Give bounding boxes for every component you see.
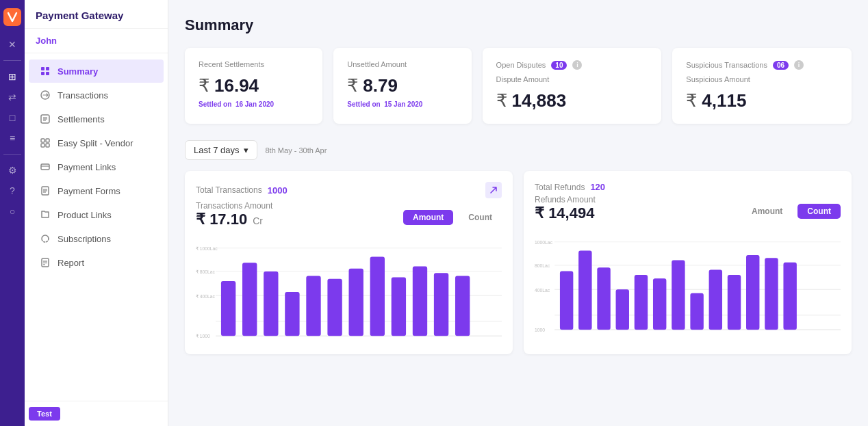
svg-rect-34 bbox=[264, 271, 278, 336]
sidebar-item-subscriptions[interactable]: Subscriptions bbox=[29, 227, 164, 250]
settings-icon[interactable]: ⚙ bbox=[5, 163, 20, 178]
transactions-chart-card: Total Transactions 1000 Transactions Amo… bbox=[185, 171, 513, 354]
charts-row: Total Transactions 1000 Transactions Amo… bbox=[185, 171, 852, 354]
svg-rect-1 bbox=[46, 67, 49, 70]
close-icon[interactable]: ✕ bbox=[5, 37, 20, 52]
refunds-bar-chart: 1000Lac 800Lac 400Lac 1000 bbox=[535, 235, 841, 337]
transactions-sub-row: Transactions Amount ₹ 17.10 Cr Amount Co… bbox=[196, 201, 502, 234]
summary-icon bbox=[40, 66, 51, 77]
transactions-amount-area: Transactions Amount ₹ 17.10 Cr bbox=[196, 201, 272, 234]
transactions-amount-toggle[interactable]: Amount bbox=[403, 210, 453, 225]
svg-text:₹ 800Lac: ₹ 800Lac bbox=[196, 269, 215, 275]
payment-links-label: Payment Links bbox=[58, 162, 116, 172]
product-links-icon bbox=[40, 209, 51, 220]
svg-rect-59 bbox=[672, 261, 685, 330]
transactions-chart-count: 1000 bbox=[268, 185, 288, 196]
suspicious-header: Suspicious Transactions 06 i bbox=[686, 60, 838, 70]
svg-text:1000: 1000 bbox=[535, 328, 545, 333]
suspicious-info[interactable]: i bbox=[794, 60, 804, 70]
svg-text:800Lac: 800Lac bbox=[535, 263, 550, 269]
sidebar-item-report[interactable]: Report bbox=[29, 251, 164, 274]
svg-rect-2 bbox=[41, 72, 44, 75]
svg-rect-12 bbox=[46, 144, 49, 147]
svg-rect-55 bbox=[597, 267, 610, 330]
svg-rect-35 bbox=[285, 292, 299, 336]
chevron-down-icon: ▾ bbox=[244, 145, 248, 155]
transactions-amount-val: ₹ 17.10 bbox=[196, 211, 247, 228]
dispute-amount-value: ₹ 14,883 bbox=[496, 90, 648, 111]
transactions-count-toggle[interactable]: Count bbox=[459, 210, 502, 225]
svg-rect-53 bbox=[560, 271, 573, 330]
svg-rect-65 bbox=[783, 263, 796, 330]
transactions-chart-header: Total Transactions 1000 bbox=[196, 182, 502, 198]
reports-icon[interactable]: ≡ bbox=[5, 131, 20, 146]
sidebar-item-payment-forms[interactable]: Payment Forms bbox=[29, 179, 164, 202]
refunds-title-row: Total Refunds 120 bbox=[535, 182, 605, 192]
settlements-label: Settlements bbox=[58, 114, 105, 124]
date-filter-dropdown[interactable]: Last 7 days ▾ bbox=[185, 140, 257, 160]
sidebar-item-summary[interactable]: Summary bbox=[29, 59, 164, 83]
transactions-label: Transactions bbox=[58, 90, 108, 101]
svg-rect-56 bbox=[616, 289, 629, 330]
filter-label: Last 7 days bbox=[194, 145, 240, 155]
refunds-toggle: Amount Count bbox=[742, 204, 841, 219]
svg-rect-42 bbox=[434, 273, 448, 336]
payment-forms-icon bbox=[40, 185, 51, 196]
refunds-chart-title: Total Refunds bbox=[535, 183, 585, 192]
page-title: Summary bbox=[185, 16, 852, 34]
summary-label: Summary bbox=[58, 66, 98, 77]
settlements-icon bbox=[40, 114, 51, 124]
svg-rect-54 bbox=[578, 251, 591, 330]
transactions-link-icon[interactable] bbox=[485, 182, 502, 198]
svg-rect-36 bbox=[306, 276, 320, 336]
sidebar-item-product-links[interactable]: Product Links bbox=[29, 203, 164, 226]
sidebar-nav: Summary Transactions Settlements Easy Sp… bbox=[25, 53, 168, 401]
recent-settlements-label: Recent Settlements bbox=[199, 60, 309, 68]
svg-rect-37 bbox=[327, 279, 342, 336]
divider bbox=[3, 60, 21, 61]
svg-rect-58 bbox=[653, 278, 666, 330]
refunds-sub-row: Refunds Amount ₹ 14,494 Amount Count bbox=[535, 195, 841, 228]
sidebar-title: Payment Gateway bbox=[25, 0, 168, 29]
user-icon[interactable]: ○ bbox=[5, 204, 20, 219]
sidebar-item-easy-split[interactable]: Easy Split - Vendor bbox=[29, 131, 164, 155]
sidebar-item-payment-links[interactable]: Payment Links bbox=[29, 155, 164, 178]
svg-rect-63 bbox=[746, 255, 759, 330]
transactions-amount-row: ₹ 17.10 Cr bbox=[196, 211, 272, 228]
payment-links-icon bbox=[40, 161, 51, 172]
transactions-chart-svg: ₹ 1000Lac ₹ 800Lac ₹ 400Lac ₹ 1000 bbox=[196, 241, 502, 343]
product-links-label: Product Links bbox=[58, 210, 112, 220]
svg-rect-62 bbox=[728, 275, 741, 330]
summary-cards: Recent Settlements ₹ 16.94 Settled on 16… bbox=[185, 48, 852, 124]
sidebar-item-transactions[interactable]: Transactions bbox=[29, 83, 164, 107]
dashboard-icon[interactable]: ⊞ bbox=[5, 69, 20, 84]
svg-rect-11 bbox=[41, 144, 44, 147]
app-logo[interactable] bbox=[3, 8, 21, 26]
svg-text:₹ 1000Lac: ₹ 1000Lac bbox=[196, 246, 218, 252]
suspicious-amount-value: ₹ 4,115 bbox=[686, 90, 838, 111]
svg-text:1000Lac: 1000Lac bbox=[535, 240, 552, 245]
icon-strip: ✕ ⊞ ⇄ □ ≡ ⚙ ? ○ bbox=[0, 0, 25, 426]
help-icon[interactable]: ? bbox=[5, 183, 20, 198]
svg-rect-40 bbox=[392, 278, 406, 336]
subscriptions-icon bbox=[40, 233, 51, 244]
svg-rect-3 bbox=[46, 72, 49, 75]
svg-rect-57 bbox=[635, 275, 648, 330]
svg-rect-60 bbox=[690, 293, 703, 330]
open-disputes-badge: 10 bbox=[551, 61, 567, 70]
report-label: Report bbox=[58, 258, 84, 268]
svg-rect-43 bbox=[455, 276, 470, 336]
sidebar-bottom: Test bbox=[25, 401, 168, 426]
sidebar-item-settlements[interactable]: Settlements bbox=[29, 107, 164, 131]
refunds-count-toggle[interactable]: Count bbox=[797, 204, 841, 219]
refunds-amount-label: Refunds Amount bbox=[535, 195, 596, 204]
report-icon bbox=[40, 257, 51, 268]
sidebar: Payment Gateway John Summary Transaction… bbox=[25, 0, 168, 426]
refunds-chart-count: 120 bbox=[590, 182, 605, 192]
open-disputes-info[interactable]: i bbox=[572, 60, 582, 70]
main-content: Summary Recent Settlements ₹ 16.94 Settl… bbox=[168, 0, 868, 426]
settlements-icon[interactable]: □ bbox=[5, 110, 20, 125]
open-disputes-card: Open Disputes 10 i Dispute Amount ₹ 14,8… bbox=[483, 48, 662, 124]
refunds-amount-toggle[interactable]: Amount bbox=[742, 204, 792, 219]
transactions-icon[interactable]: ⇄ bbox=[5, 90, 20, 105]
